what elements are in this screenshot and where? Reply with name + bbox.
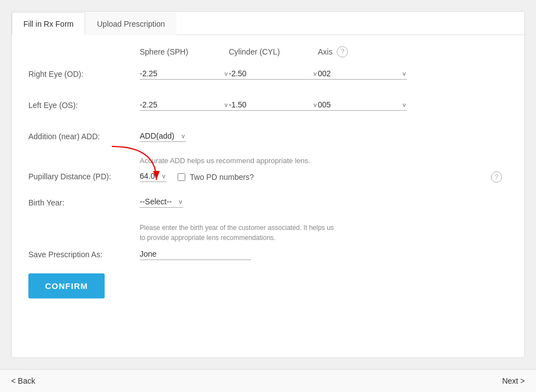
addition-select[interactable]: ADD(add) 0.75 1.00 1.25 [140,131,186,140]
birth-year-select[interactable]: --Select-- 1960 1965 1970 1975 1980 1985… [140,197,183,206]
pd-help-icon-wrapper: ? [491,171,502,183]
right-eye-sphere-select[interactable]: -2.25 -2.00 -2.50 [140,69,169,78]
save-prescription-input-wrapper [140,249,251,260]
save-prescription-row: Save Prescription As: [28,249,508,260]
save-prescription-label: Save Prescription As: [28,250,140,259]
form-content: Sphere (SPH) Cylinder (CYL) Axis ? Right… [12,35,524,357]
axis-help-icon[interactable]: ? [337,46,348,57]
right-eye-row: Right Eye (OD): -2.25 -2.00 -2.50 v -2.5… [28,63,508,85]
left-eye-axis-select[interactable]: 005 002 010 [318,100,342,109]
left-eye-sphere-dropdown[interactable]: -2.25 -2.00 -2.50 v [140,100,229,111]
birth-year-row: Birth Year: --Select-- 1960 1965 1970 19… [28,192,508,214]
save-prescription-fields [140,249,508,260]
tab-fill-rx[interactable]: Fill in Rx Form [12,12,85,35]
axis-header: Axis ? [318,46,407,57]
pd-label: Pupillary Distance (PD): [28,171,140,183]
two-pd-area: Two PD numbers? [178,173,254,182]
pd-select[interactable]: 64.0 60.0 62.0 66.0 [140,171,166,180]
right-eye-sphere-arrow: v [225,70,228,77]
right-eye-axis-dropdown[interactable]: 002 005 010 v [318,69,407,80]
right-eye-fields: -2.25 -2.00 -2.50 v -2.50 -2.00 -1.50 v [140,69,508,80]
confirm-button[interactable]: CONFIRM [28,273,105,298]
tabs: Fill in Rx Form Upload Prescription [12,12,524,35]
bottom-navigation: < Back Next > [0,369,536,392]
cylinder-header: Cylinder (CYL) [229,47,318,56]
addition-row: Addition (near) ADD: ADD(add) 0.75 1.00 … [28,125,508,148]
next-button[interactable]: Next > [502,376,525,385]
save-prescription-input[interactable] [140,249,251,259]
left-eye-sphere-select[interactable]: -2.25 -2.00 -2.50 [140,100,169,109]
right-eye-axis-arrow: v [403,70,406,77]
tab-upload-prescription[interactable]: Upload Prescription [85,12,176,35]
pd-fields: 64.0 60.0 62.0 66.0 v Two PD numbers? [140,171,254,182]
birth-year-hint: Please enter the birth year of the custo… [28,223,340,243]
addition-fields: ADD(add) 0.75 1.00 1.25 v [140,131,508,142]
main-container: Fill in Rx Form Upload Prescription Sphe… [0,0,536,369]
left-eye-cylinder-arrow: v [314,101,317,108]
two-pd-checkbox[interactable] [178,173,185,181]
left-eye-axis-arrow: v [403,101,406,108]
right-eye-sphere-dropdown[interactable]: -2.25 -2.00 -2.50 v [140,69,229,80]
birth-year-fields: --Select-- 1960 1965 1970 1975 1980 1985… [140,197,508,208]
right-eye-cylinder-dropdown[interactable]: -2.50 -2.00 -1.50 v [229,69,318,80]
pd-help-icon[interactable]: ? [491,171,502,183]
left-eye-sphere-arrow: v [225,101,228,108]
two-pd-label: Two PD numbers? [190,173,254,182]
birth-year-label: Birth Year: [28,198,140,207]
left-eye-cylinder-select[interactable]: -1.50 -2.00 -2.50 [229,100,258,109]
sphere-header: Sphere (SPH) [140,47,229,56]
right-eye-cylinder-arrow: v [314,70,317,77]
left-eye-cylinder-dropdown[interactable]: -1.50 -2.00 -2.50 v [229,100,318,111]
card: Fill in Rx Form Upload Prescription Sphe… [11,11,525,358]
pd-dropdown[interactable]: 64.0 60.0 62.0 66.0 v [140,171,166,182]
pd-section: Pupillary Distance (PD): 64.0 60.0 62.0 … [28,171,508,183]
left-eye-row: Left Eye (OS): -2.25 -2.00 -2.50 v -1.50 [28,94,508,116]
pd-row: Pupillary Distance (PD): 64.0 60.0 62.0 … [28,171,508,183]
left-eye-label: Left Eye (OS): [28,101,140,110]
right-eye-cylinder-select[interactable]: -2.50 -2.00 -1.50 [229,69,258,78]
left-eye-fields: -2.25 -2.00 -2.50 v -1.50 -2.00 -2.50 v [140,100,508,111]
back-button[interactable]: < Back [11,376,35,385]
right-eye-axis-select[interactable]: 002 005 010 [318,69,342,78]
column-headers: Sphere (SPH) Cylinder (CYL) Axis ? [28,46,508,57]
left-eye-axis-dropdown[interactable]: 005 002 010 v [318,100,407,111]
addition-dropdown[interactable]: ADD(add) 0.75 1.00 1.25 v [140,131,186,142]
birth-year-dropdown[interactable]: --Select-- 1960 1965 1970 1975 1980 1985… [140,197,183,208]
addition-hint: Accurate ADD helps us recommend appropri… [28,156,508,165]
right-eye-label: Right Eye (OD): [28,70,140,79]
addition-label: Addition (near) ADD: [28,132,140,141]
